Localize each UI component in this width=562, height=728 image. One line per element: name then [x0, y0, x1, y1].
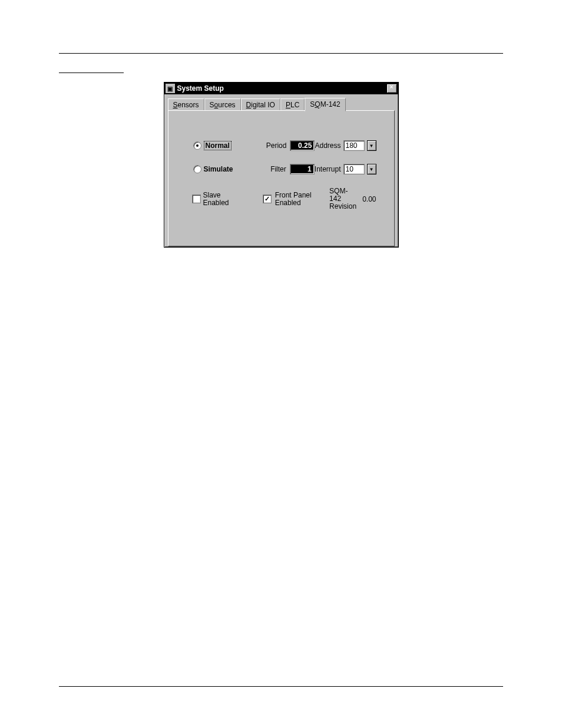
radio-simulate[interactable]: [193, 165, 201, 173]
radio-normal-label: Normal: [204, 141, 232, 150]
interrupt-label: Interrupt: [315, 165, 341, 173]
app-icon: ▣: [166, 84, 175, 93]
window-title: System Setup: [177, 84, 386, 93]
revision-label: SQM-142 Revision: [329, 187, 356, 210]
front-panel-enabled-label: Front Panel Enabled: [275, 192, 312, 207]
interrupt-input[interactable]: 10: [343, 164, 365, 174]
revision-value: 0.00: [362, 195, 376, 203]
section-underline: [59, 67, 124, 73]
tab-sensors[interactable]: Sensors: [168, 98, 204, 111]
radio-normal[interactable]: [193, 141, 201, 150]
period-input[interactable]: 0.25: [290, 140, 315, 151]
system-setup-window: ▣ System Setup × Sensors Sources Digital…: [164, 82, 399, 248]
titlebar: ▣ System Setup ×: [164, 83, 398, 94]
radio-simulate-label: Simulate: [204, 165, 233, 173]
front-panel-enabled-checkbox[interactable]: [263, 195, 272, 203]
filter-input[interactable]: 1: [290, 164, 315, 174]
slave-enabled-label: Slave Enabled: [203, 192, 229, 207]
top-rule: [59, 53, 503, 54]
tab-digitalio[interactable]: Digital IO: [241, 98, 280, 111]
tab-plc[interactable]: PLC: [280, 98, 305, 111]
interrupt-dropdown-button[interactable]: ▼: [367, 164, 376, 174]
slave-enabled-checkbox[interactable]: [192, 195, 201, 203]
tab-bar: Sensors Sources Digital IO PLC SQM-142: [164, 94, 398, 111]
sqm142-panel: Normal Period 0.25 Address 180 ▼ Simulat…: [168, 111, 394, 246]
bottom-rule: [59, 686, 503, 687]
close-button[interactable]: ×: [386, 84, 397, 93]
tab-sources[interactable]: Sources: [204, 98, 241, 111]
filter-label: Filter: [270, 165, 286, 173]
tab-sqm142[interactable]: SQM-142: [305, 98, 345, 111]
address-input[interactable]: 180: [343, 140, 365, 151]
tab-divider: Normal Period 0.25 Address 180 ▼ Simulat…: [168, 110, 395, 246]
address-label: Address: [315, 141, 340, 150]
address-dropdown-button[interactable]: ▼: [367, 140, 376, 151]
period-label: Period: [266, 141, 287, 150]
